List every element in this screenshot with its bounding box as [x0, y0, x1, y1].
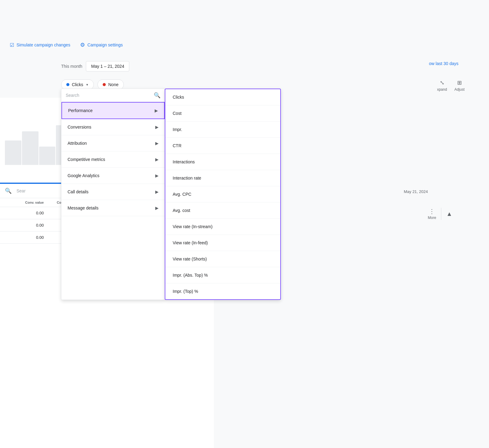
category-item-conversions[interactable]: Conversions ▶ — [61, 119, 165, 135]
may-date-label: May 21, 2024 — [404, 189, 428, 194]
more-button[interactable]: ⋮ More — [428, 208, 436, 220]
none-metric-button[interactable]: None — [97, 79, 123, 90]
date-range-text: May 1 – 21, 2024 — [91, 64, 124, 69]
metric-label-interactions: Interactions — [173, 159, 195, 164]
metric-item-interaction-rate[interactable]: Interaction rate — [165, 170, 280, 186]
chevron-right-icon: ▶ — [155, 189, 159, 194]
metric-item-view-rate-shorts[interactable]: View rate (Shorts) — [165, 251, 280, 267]
category-item-attribution[interactable]: Attribution ▶ — [61, 135, 165, 151]
more-label: More — [428, 216, 436, 220]
category-item-message-details[interactable]: Message details ▶ — [61, 200, 165, 216]
metric-item-avg-cpc[interactable]: Avg. CPC — [165, 186, 280, 202]
none-dot-icon — [103, 83, 106, 86]
metric-item-ctr[interactable]: CTR — [165, 138, 280, 154]
chevron-right-icon: ▶ — [155, 141, 159, 146]
campaign-settings-link[interactable]: ⚙ Campaign settings — [80, 42, 123, 48]
expand-adjust-area: ⤡ xpand ⊞ Adjust — [437, 79, 465, 92]
bar-1 — [5, 140, 21, 165]
last-30-text: ow last 30 days — [429, 61, 459, 66]
cell-conv-value: 0.00 — [5, 235, 44, 240]
last-30-link[interactable]: ow last 30 days — [429, 61, 459, 66]
chevron-right-icon: ▶ — [155, 157, 159, 162]
category-item-call-details[interactable]: Call details ▶ — [61, 184, 165, 200]
chevron-right-icon: ▶ — [155, 206, 159, 210]
chevron-right-icon: ▶ — [155, 173, 159, 178]
metric-label-impr-abs-top: Impr. (Abs. Top) % — [173, 273, 208, 278]
category-label-message-details: Message details — [68, 206, 98, 210]
date-range-box[interactable]: May 1 – 21, 2024 — [86, 61, 129, 71]
expand-label: xpand — [437, 87, 447, 92]
expand-button[interactable]: ⤡ xpand — [437, 79, 447, 92]
simulate-label: Simulate campaign changes — [17, 42, 70, 47]
chevron-right-icon: ▶ — [155, 108, 158, 113]
category-label-google-analytics: Google Analytics — [68, 173, 99, 178]
chevron-right-icon: ▶ — [155, 125, 159, 129]
metric-item-view-rate-instream[interactable]: View rate (In-stream) — [165, 219, 280, 235]
metric-label-cost: Cost — [173, 111, 182, 116]
metric-label-impr: Impr. — [173, 127, 182, 132]
metric-item-cost[interactable]: Cost — [165, 105, 280, 122]
metric-item-avg-cost[interactable]: Avg. cost — [165, 202, 280, 219]
simulate-campaign-link[interactable]: ☑ Simulate campaign changes — [10, 42, 70, 48]
search-box-row: 🔍 — [61, 89, 165, 102]
this-month-label: This month — [61, 64, 82, 69]
metric-item-impr-top[interactable]: Impr. (Top) % — [165, 283, 280, 299]
category-label-attribution: Attribution — [68, 141, 87, 146]
clicks-dot-icon — [66, 83, 69, 86]
campaign-settings-label: Campaign settings — [87, 42, 123, 47]
gear-icon: ⚙ — [80, 42, 85, 48]
up-chevron-icon[interactable]: ▲ — [446, 210, 452, 217]
metrics-submenu-panel: Clicks Cost Impr. CTR Interactions Inter… — [165, 89, 281, 300]
metric-label-clicks: Clicks — [173, 95, 184, 100]
category-list-panel: 🔍 Performance ▶ Conversions ▶ Attributio… — [61, 89, 165, 300]
col-conv-value: Conv. value — [5, 201, 44, 204]
cell-conv-value: 0.00 — [5, 223, 44, 228]
metric-item-view-rate-infeed[interactable]: View rate (In-feed) — [165, 235, 280, 251]
clicks-metric-button[interactable]: Clicks ▼ — [61, 79, 94, 90]
adjust-label: Adjust — [454, 87, 465, 92]
bar-2 — [22, 131, 39, 165]
metric-label-impr-top: Impr. (Top) % — [173, 289, 198, 294]
search-icon: 🔍 — [5, 188, 12, 194]
metric-item-clicks[interactable]: Clicks — [165, 89, 280, 105]
metric-label-view-rate-shorts: View rate (Shorts) — [173, 257, 207, 261]
category-label-call-details: Call details — [68, 189, 88, 194]
dots-icon: ⋮ — [429, 208, 436, 215]
checkbox-icon: ☑ — [10, 42, 14, 48]
more-area: ⋮ More ▲ — [428, 208, 452, 220]
search-icon: 🔍 — [154, 92, 160, 99]
category-item-performance[interactable]: Performance ▶ — [61, 102, 165, 119]
category-label-conversions: Conversions — [68, 125, 91, 129]
adjust-button[interactable]: ⊞ Adjust — [454, 79, 465, 92]
metric-item-impr-abs-top[interactable]: Impr. (Abs. Top) % — [165, 267, 280, 283]
none-label: None — [108, 82, 118, 87]
category-item-competitive-metrics[interactable]: Competitive metrics ▶ — [61, 151, 165, 168]
search-input[interactable] — [66, 93, 151, 98]
category-label-competitive-metrics: Competitive metrics — [68, 157, 105, 162]
metric-label-avg-cpc: Avg. CPC — [173, 192, 191, 197]
category-item-google-analytics[interactable]: Google Analytics ▶ — [61, 168, 165, 184]
metric-label-ctr: CTR — [173, 143, 182, 148]
metric-buttons-area: Clicks ▼ None — [61, 79, 124, 90]
category-label-performance: Performance — [68, 108, 93, 113]
metric-item-interactions[interactable]: Interactions — [165, 154, 280, 170]
cell-conv-value: 0.00 — [5, 211, 44, 215]
metric-item-impr[interactable]: Impr. — [165, 122, 280, 138]
bar-3 — [39, 147, 56, 165]
dropdown-overlay: 🔍 Performance ▶ Conversions ▶ Attributio… — [61, 89, 281, 300]
date-row: This month May 1 – 21, 2024 — [61, 61, 129, 71]
top-bar: ☑ Simulate campaign changes ⚙ Campaign s… — [0, 37, 202, 53]
metric-label-view-rate-infeed: View rate (In-feed) — [173, 240, 208, 245]
chevron-down-icon: ▼ — [86, 83, 89, 86]
metric-label-interaction-rate: Interaction rate — [173, 176, 201, 180]
expand-icon: ⤡ — [440, 79, 444, 86]
adjust-icon: ⊞ — [457, 79, 462, 86]
search-placeholder-text: Sear — [17, 188, 26, 193]
metric-label-avg-cost: Avg. cost — [173, 208, 190, 213]
vertical-divider — [441, 208, 441, 220]
clicks-label: Clicks — [72, 82, 83, 87]
metric-label-view-rate-instream: View rate (In-stream) — [173, 224, 212, 229]
